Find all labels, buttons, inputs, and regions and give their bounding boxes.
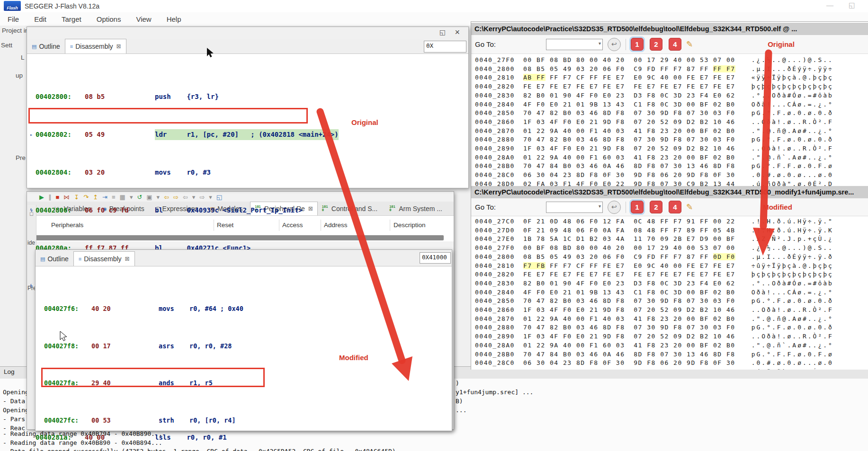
minimize-icon[interactable]: — <box>826 1 833 9</box>
address-input[interactable]: 0X41000 <box>420 252 451 264</box>
hex-row[interactable]: 0040_27E0 1B 78 5A 1C D1 B2 03 4A 11 70 … <box>471 235 868 244</box>
hex-row[interactable]: 0040_28C0 06 30 04 23 8D F8 0F 30 9D F8 … <box>471 171 868 180</box>
disassembly-row[interactable]: 004027fc: 00 53 strh r0, [r0, r4] <box>36 416 452 426</box>
byte-width-button[interactable]: 4 <box>669 201 681 213</box>
hex-row-bytes[interactable]: 4F F0 E0 21 01 9B 13 43 C1 F8 0C 3D 00 B… <box>523 100 735 109</box>
hex-row-bytes[interactable]: 1F 03 4F F0 E0 21 9D F8 07 20 52 09 D2 B… <box>523 332 735 341</box>
hex-row[interactable]: 0040_2890 1F 03 4F F0 E0 21 9D F8 07 20 … <box>471 332 868 341</box>
menu-item[interactable]: Options <box>89 15 129 23</box>
hex-row-bytes[interactable]: 70 47 84 B0 03 46 0A 46 8D F8 07 30 13 4… <box>523 350 735 359</box>
byte-width-button[interactable]: 4 <box>669 38 681 51</box>
hex-row-bytes[interactable]: 1B 78 5A 1C D1 B2 03 4A 11 70 09 2B E7 D… <box>523 235 735 244</box>
hex-row-bytes[interactable]: 0F 21 0D 48 06 F0 12 FA 0C 48 FF F7 91 F… <box>523 217 735 226</box>
hex-row-bytes[interactable]: 70 47 82 B0 03 46 8D F8 07 30 9D F8 07 3… <box>523 135 735 144</box>
hex-row[interactable]: 0040_2830 82 B0 01 90 4F F0 E0 23 D3 F8 … <box>471 279 868 288</box>
hex-row[interactable]: 0040_2870 01 22 9A 40 00 F1 40 03 41 F8 … <box>471 315 868 324</box>
hex-row[interactable]: 0040_2850 70 47 82 B0 03 46 8D F8 07 30 … <box>471 297 868 306</box>
address-input[interactable]: 0X <box>424 41 466 53</box>
hex-row[interactable]: 0040_28A0 01 22 9A 40 00 F1 60 03 41 F8 … <box>471 341 868 350</box>
hex-row[interactable]: 0040_2850 70 47 82 B0 03 46 8D F8 07 30 … <box>471 109 868 118</box>
hex-row-bytes[interactable]: 06 30 04 23 8D F8 0F 30 9D F8 06 20 9D F… <box>523 171 735 180</box>
hex-row-bytes[interactable]: 82 B0 01 90 4F F0 E0 23 D3 F8 0C 3D 23 F… <box>523 279 735 288</box>
restore-window-icon[interactable]: ◱ <box>439 28 446 36</box>
hex-row-bytes[interactable]: 82 B0 01 90 4F F0 E0 23 D3 F8 0C 3D 23 F… <box>523 91 735 100</box>
hex-row[interactable]: 0040_28B0 70 47 84 B0 03 46 0A 46 8D F8 … <box>471 162 868 171</box>
byte-width-button[interactable]: 1 <box>631 201 644 213</box>
hex-row[interactable]: 0040_28A0 01 22 9A 40 00 F1 60 03 41 F8 … <box>471 153 868 162</box>
hex-row-bytes[interactable]: 01 22 9A 40 00 F1 60 03 41 F8 23 20 00 B… <box>523 341 735 350</box>
hex-row-bytes[interactable]: 08 B5 05 49 03 20 06 F0 C9 FD FF F7 87 F… <box>523 253 735 262</box>
menu-item[interactable]: View <box>128 15 159 23</box>
hex-row-bytes[interactable]: 4F F0 E0 21 01 9B 13 43 C1 F8 0C 3D 00 B… <box>523 288 735 297</box>
edit-icon[interactable]: ✎ <box>686 39 693 49</box>
menu-item[interactable]: Target <box>54 15 89 23</box>
close-icon[interactable]: ⊠ <box>125 256 130 262</box>
hex-row[interactable]: 0040_28D0 02 FA 03 F1 4F F0 E0 22 9D F8 … <box>471 368 868 370</box>
hex-row-bytes[interactable]: 00 BF 08 BD 80 00 40 20 00 17 29 40 00 5… <box>523 244 735 253</box>
hex-row[interactable]: 0040_2830 82 B0 01 90 4F F0 E0 23 D3 F8 … <box>471 91 868 100</box>
hex-row-bytes[interactable]: FE E7 FE E7 FE E7 FE E7 FE E7 FE E7 FE E… <box>523 82 735 91</box>
maximize-icon[interactable]: ◱ <box>849 1 855 9</box>
hex-row[interactable]: 0040_2820 FE E7 FE E7 FE E7 FE E7 FE E7 … <box>471 270 868 279</box>
menu-item[interactable]: Help <box>159 15 189 23</box>
tab-outline[interactable]: ▤ Outline <box>27 39 65 53</box>
hex-row[interactable]: 0040_2860 1F 03 4F F0 E0 21 9D F8 07 20 … <box>471 306 868 315</box>
tab-disassembly[interactable]: ≡ Disassembly ⊠ <box>73 251 135 266</box>
hex-row-bytes[interactable]: 01 22 9A 40 00 F1 60 03 41 F8 23 20 00 B… <box>523 153 735 162</box>
hex-row[interactable]: 0040_28B0 70 47 84 B0 03 46 0A 46 8D F8 … <box>471 350 868 359</box>
edit-icon[interactable]: ✎ <box>686 202 693 212</box>
disassembly-row[interactable]: ▸ 00402802: 05 49 ldr r1, [pc, #20] ; (0… <box>27 129 468 140</box>
hex-row[interactable]: 0040_2880 70 47 82 B0 03 46 8D F8 07 30 … <box>471 135 868 144</box>
back-button[interactable]: ↩ <box>608 38 621 51</box>
tab-outline[interactable]: ▤ Outline <box>36 252 73 266</box>
byte-width-button[interactable]: 2 <box>650 201 662 213</box>
hex-row[interactable]: 0040_27F0 00 BF 08 BD 80 00 40 20 00 17 … <box>471 56 868 65</box>
hex-row-bytes[interactable]: 01 22 9A 40 00 F1 40 03 41 F8 23 20 00 B… <box>523 315 735 324</box>
hex-row-bytes[interactable]: 08 B5 05 49 03 20 06 F0 C9 FD FF F7 87 F… <box>523 65 735 74</box>
hex-row[interactable]: 0040_2840 4F F0 E0 21 01 9B 13 43 C1 F8 … <box>471 100 868 109</box>
hex-row-bytes[interactable]: 70 47 82 B0 03 46 8D F8 07 30 9D F8 07 3… <box>523 297 735 306</box>
hex-row-bytes[interactable]: 1F 03 4F F0 E0 21 9D F8 07 20 52 09 D2 B… <box>523 118 735 127</box>
hex-row-bytes[interactable]: 02 FA 03 F1 4F F0 E0 22 9D F8 07 30 C9 B… <box>523 368 735 370</box>
hex-row[interactable]: 0040_28C0 06 30 04 23 8D F8 0F 30 9D F8 … <box>471 359 868 368</box>
close-icon[interactable]: ⊠ <box>116 43 121 50</box>
close-window-icon[interactable]: × <box>455 27 460 37</box>
hex-row[interactable]: 0040_2870 01 22 9A 40 00 F1 40 03 41 F8 … <box>471 127 868 136</box>
hex-row-bytes[interactable]: 70 47 84 B0 03 46 0A 46 8D F8 07 30 13 4… <box>523 162 735 171</box>
goto-combobox[interactable]: ▾ <box>546 39 603 50</box>
hex-row-bytes[interactable]: FE E7 FE E7 FE E7 FE E7 FE E7 FE E7 FE E… <box>523 270 735 279</box>
back-button[interactable]: ↩ <box>608 201 621 214</box>
hex-row-bytes[interactable]: 0F 21 09 48 06 F0 0A FA 08 48 FF F7 89 F… <box>523 226 735 235</box>
disassembly-row[interactable]: ϟ 00402806: 06 f0 c9 fd bl 0x40939c <Siu… <box>27 205 468 216</box>
goto-combobox[interactable]: ▾ <box>546 202 603 213</box>
tab-disassembly[interactable]: ≡ Disassembly ⊠ <box>65 39 126 53</box>
hex-row-bytes[interactable]: 06 30 04 23 8D F8 0F 30 9D F8 06 20 9D F… <box>523 359 735 368</box>
chevron-down-icon[interactable]: ▾ <box>599 41 601 46</box>
hex-row-bytes[interactable]: AB FF FF F7 CF FF FE E7 E0 9C 40 00 FE E… <box>523 73 735 82</box>
disassembly-row[interactable]: 004027f8: 00 17 asrs r0, r0, #28 <box>36 341 452 352</box>
hex-original-grid[interactable]: 0040_27F0 00 BF 08 BD 80 00 40 20 00 17 … <box>471 56 868 189</box>
menu-item[interactable]: Edit <box>27 15 54 23</box>
hex-row[interactable]: 0040_2820 FE E7 FE E7 FE E7 FE E7 FE E7 … <box>471 82 868 91</box>
chevron-down-icon[interactable]: ▾ <box>599 203 601 209</box>
disassembly-row[interactable]: 00402800: 08 b5 push {r3, lr} <box>27 91 468 102</box>
hex-row-bytes[interactable]: 70 47 82 B0 03 46 8D F8 07 30 9D F8 07 3… <box>523 109 735 118</box>
hex-row[interactable]: 0040_27C0 0F 21 0D 48 06 F0 12 FA 0C 48 … <box>471 217 868 226</box>
hex-row[interactable]: 0040_2880 70 47 82 B0 03 46 8D F8 07 30 … <box>471 323 868 332</box>
disassembly-row[interactable]: 00402804: 03 20 movs r0, #3 <box>27 167 468 178</box>
hex-modified-grid[interactable]: 0040_27C0 0F 21 0D 48 06 F0 12 FA 0C 48 … <box>471 217 868 370</box>
hex-row[interactable]: 0040_2840 4F F0 E0 21 01 9B 13 43 C1 F8 … <box>471 288 868 297</box>
hex-row[interactable]: 0040_2800 08 B5 05 49 03 20 06 F0 C9 FD … <box>471 65 868 74</box>
hex-row-bytes[interactable]: 1F 03 4F F0 E0 21 9D F8 07 20 52 09 D2 B… <box>523 144 735 153</box>
hex-row-bytes[interactable]: 1F 03 4F F0 E0 21 9D F8 07 20 52 09 D2 B… <box>523 306 735 315</box>
hex-row-bytes[interactable]: 01 22 9A 40 00 F1 40 03 41 F8 23 20 00 B… <box>523 127 735 136</box>
hex-row[interactable]: 0040_2800 08 B5 05 49 03 20 06 F0 C9 FD … <box>471 253 868 262</box>
byte-width-button[interactable]: 1 <box>631 38 644 51</box>
byte-width-button[interactable]: 2 <box>650 38 662 51</box>
hex-row[interactable]: 0040_27D0 0F 21 09 48 06 F0 0A FA 08 48 … <box>471 226 868 235</box>
hex-row-bytes[interactable]: 00 BF 08 BD 80 00 40 20 00 17 29 40 00 5… <box>523 56 735 65</box>
hex-row-bytes[interactable]: F7 FB FF F7 CF FF FE E7 E0 9C 40 00 FE E… <box>523 262 735 271</box>
hex-row[interactable]: 0040_2890 1F 03 4F F0 E0 21 9D F8 07 20 … <box>471 144 868 153</box>
hex-row[interactable]: 0040_2810 F7 FB FF F7 CF FF FE E7 E0 9C … <box>471 262 868 271</box>
hex-row[interactable]: 0040_2810 AB FF FF F7 CF FF FE E7 E0 9C … <box>471 73 868 82</box>
